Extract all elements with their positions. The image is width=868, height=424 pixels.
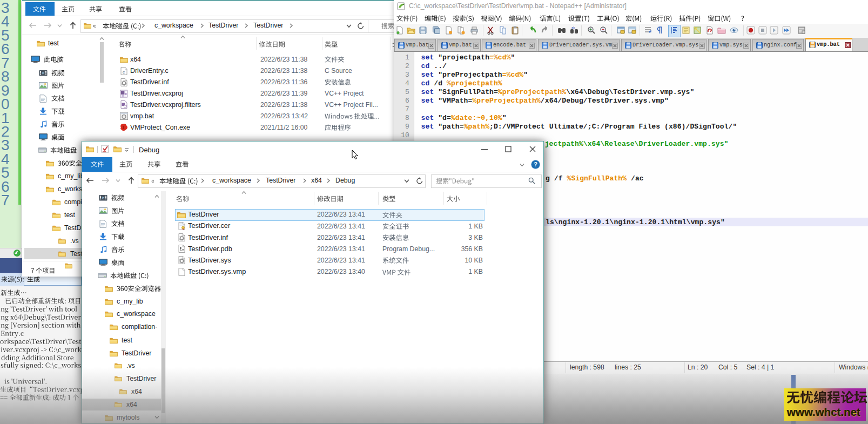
svg-text:?: ? bbox=[534, 161, 537, 167]
svg-text:ab: ab bbox=[571, 26, 575, 29]
svg-text:c: c bbox=[123, 70, 125, 75]
